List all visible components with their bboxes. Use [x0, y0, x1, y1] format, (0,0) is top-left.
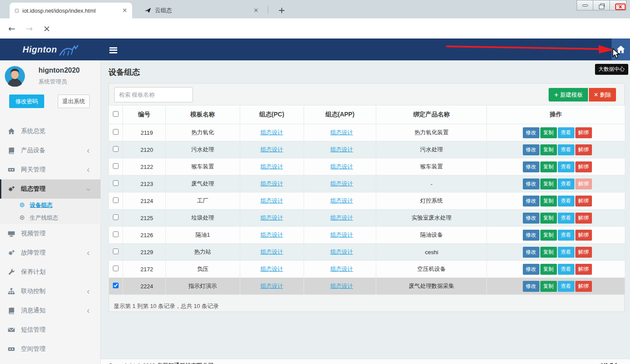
sidebar-item-overview[interactable]: 系统总览: [0, 122, 101, 141]
sidebar-subitem-device-config[interactable]: 设备组态: [0, 199, 101, 211]
copy-button[interactable]: 复制: [540, 264, 557, 275]
sidebar-item-linkage[interactable]: 联动控制: [0, 282, 101, 301]
bigdata-home-button[interactable]: [612, 38, 630, 60]
view-button[interactable]: 查看: [558, 144, 574, 155]
pc-config-design-link[interactable]: 组态设计: [260, 129, 283, 136]
logout-button[interactable]: 退出系统: [58, 94, 90, 108]
row-checkbox[interactable]: [113, 180, 119, 186]
row-checkbox[interactable]: [113, 146, 119, 152]
row-checkbox[interactable]: [113, 197, 119, 203]
sidebar-item-messages[interactable]: 消息通知: [0, 301, 101, 320]
sidebar-item-video[interactable]: 视频管理: [0, 224, 101, 243]
unbind-button[interactable]: 解绑: [575, 127, 592, 138]
window-restore-button[interactable]: [593, 0, 610, 10]
unbind-button[interactable]: 解绑: [575, 281, 592, 292]
copy-button[interactable]: 复制: [540, 144, 557, 155]
change-password-button[interactable]: 修改密码: [9, 94, 44, 108]
row-checkbox[interactable]: [113, 283, 119, 288]
sidebar-item-gateways[interactable]: 网关管理: [0, 160, 101, 179]
row-checkbox[interactable]: [113, 214, 119, 220]
edit-button[interactable]: 修改: [523, 127, 539, 138]
app-config-design-link[interactable]: 组态设计: [330, 180, 353, 187]
copy-button[interactable]: 复制: [540, 213, 557, 224]
new-template-button[interactable]: +新建模板: [549, 88, 588, 102]
copy-button[interactable]: 复制: [540, 247, 557, 258]
pc-config-design-link[interactable]: 组态设计: [260, 146, 283, 153]
browser-tab-inactive[interactable]: 云组态 ×: [139, 3, 263, 18]
unbind-button[interactable]: 解绑: [575, 264, 592, 275]
unbind-button[interactable]: 解绑: [575, 213, 592, 224]
pc-config-design-link[interactable]: 组态设计: [260, 163, 283, 170]
pc-config-design-link[interactable]: 组态设计: [260, 231, 283, 238]
row-checkbox[interactable]: [113, 231, 119, 237]
app-config-design-link[interactable]: 组态设计: [330, 197, 353, 204]
edit-button[interactable]: 修改: [523, 213, 539, 224]
app-config-design-link[interactable]: 组态设计: [330, 248, 353, 255]
search-input[interactable]: [114, 87, 193, 102]
edit-button[interactable]: 修改: [523, 264, 539, 275]
edit-button[interactable]: 修改: [523, 178, 539, 189]
unbind-button[interactable]: 解绑: [575, 161, 592, 172]
view-button[interactable]: 查看: [558, 281, 574, 292]
unbind-button[interactable]: 解绑: [575, 196, 592, 206]
app-config-design-link[interactable]: 组态设计: [330, 231, 353, 238]
app-config-design-link[interactable]: 组态设计: [330, 146, 353, 153]
view-button[interactable]: 查看: [558, 264, 574, 275]
sidebar-item-space[interactable]: 空间管理: [0, 340, 101, 359]
row-checkbox[interactable]: [113, 248, 119, 254]
app-config-design-link[interactable]: 组态设计: [330, 163, 353, 170]
copy-button[interactable]: 复制: [540, 161, 557, 172]
delete-button[interactable]: ✕删除: [589, 88, 616, 102]
browser-tab-active[interactable]: iot.idosp.net/idosp/index.html ×: [10, 3, 132, 18]
forward-button[interactable]: →: [23, 22, 36, 35]
view-button[interactable]: 查看: [558, 127, 574, 138]
edit-button[interactable]: 修改: [523, 230, 539, 241]
app-config-design-link[interactable]: 组态设计: [330, 129, 353, 136]
sidebar-item-faults[interactable]: 故障管理: [0, 243, 101, 262]
pc-config-design-link[interactable]: 组态设计: [260, 197, 283, 204]
view-button[interactable]: 查看: [558, 161, 574, 172]
app-config-design-link[interactable]: 组态设计: [330, 266, 353, 272]
sidebar-item-sms[interactable]: 短信管理: [0, 320, 101, 340]
copy-button[interactable]: 复制: [540, 230, 557, 241]
copy-button[interactable]: 复制: [540, 196, 557, 206]
view-button[interactable]: 查看: [558, 196, 574, 206]
unbind-button[interactable]: 解绑: [575, 178, 592, 189]
edit-button[interactable]: 修改: [523, 247, 539, 258]
unbind-button[interactable]: 解绑: [575, 144, 592, 155]
tab-close-icon[interactable]: ×: [252, 7, 260, 14]
tab-close-icon[interactable]: ×: [121, 7, 129, 14]
row-checkbox[interactable]: [113, 266, 119, 271]
unbind-button[interactable]: 解绑: [575, 230, 592, 241]
edit-button[interactable]: 修改: [523, 161, 539, 172]
pc-config-design-link[interactable]: 组态设计: [260, 180, 283, 187]
sidebar-item-configuration[interactable]: 组态管理: [0, 179, 101, 199]
copy-button[interactable]: 复制: [540, 178, 557, 189]
window-minimize-button[interactable]: [577, 0, 593, 10]
edit-button[interactable]: 修改: [523, 144, 539, 155]
pc-config-design-link[interactable]: 组态设计: [260, 214, 283, 221]
pc-config-design-link[interactable]: 组态设计: [260, 266, 283, 272]
view-button[interactable]: 查看: [558, 230, 574, 241]
app-config-design-link[interactable]: 组态设计: [330, 283, 353, 289]
view-button[interactable]: 查看: [558, 247, 574, 258]
app-config-design-link[interactable]: 组态设计: [330, 214, 353, 221]
stop-loading-button[interactable]: ×: [40, 22, 53, 35]
view-button[interactable]: 查看: [558, 178, 574, 189]
row-checkbox[interactable]: [113, 163, 119, 169]
window-close-button[interactable]: × x: [610, 0, 626, 10]
edit-button[interactable]: 修改: [523, 196, 539, 206]
back-button[interactable]: ←: [5, 22, 18, 35]
sidebar-item-maintenance[interactable]: 保养计划: [0, 262, 101, 282]
unbind-button[interactable]: 解绑: [575, 247, 592, 258]
pc-config-design-link[interactable]: 组态设计: [260, 283, 283, 289]
sidebar-subitem-line-config[interactable]: 生产线组态: [0, 211, 101, 224]
edit-button[interactable]: 修改: [523, 281, 539, 292]
sidebar-toggle-button[interactable]: [107, 45, 120, 54]
copy-button[interactable]: 复制: [540, 127, 557, 138]
copy-button[interactable]: 复制: [540, 281, 557, 292]
row-checkbox[interactable]: [113, 129, 119, 135]
select-all-checkbox[interactable]: [113, 111, 119, 117]
new-tab-button[interactable]: +: [276, 4, 288, 17]
view-button[interactable]: 查看: [558, 213, 574, 224]
